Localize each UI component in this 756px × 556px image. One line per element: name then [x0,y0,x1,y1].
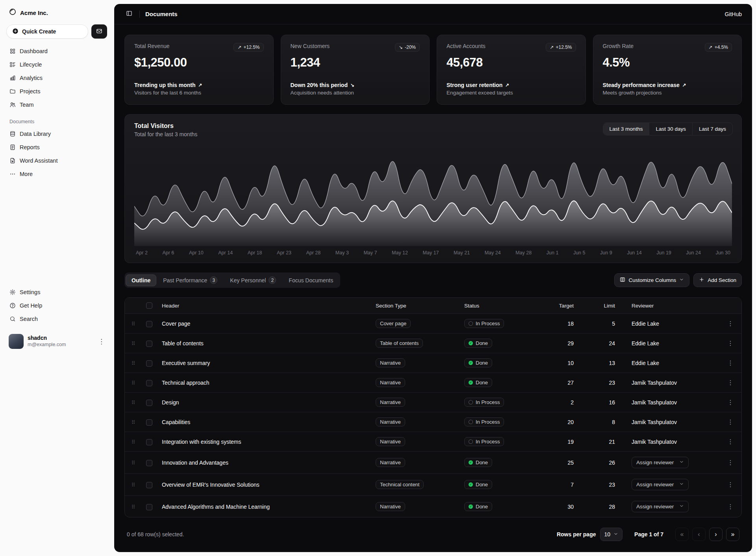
row-header-link[interactable]: Integration with existing systems [162,439,241,445]
drag-handle-icon[interactable]: ⠿ [132,439,135,445]
sidebar-item-lifecycle[interactable]: Lifecycle [6,58,108,71]
stats-row: Total Revenue ↗+12.5% $1,250.00 Trending… [124,35,742,105]
drag-handle-icon[interactable]: ⠿ [132,380,135,386]
inbox-button[interactable] [91,24,107,39]
assign-reviewer-select[interactable]: Assign reviewer [632,501,689,512]
drag-handle-icon[interactable]: ⠿ [132,460,135,466]
table-header-row: Header Section Type Status Target Limit … [125,298,741,314]
customize-columns-button[interactable]: Customize Columns [614,273,689,287]
select-all-checkbox[interactable] [146,302,152,309]
drag-handle-icon[interactable]: ⠿ [132,360,135,366]
row-menu-button[interactable]: ⋮ [724,502,737,511]
row-menu-button[interactable]: ⋮ [724,417,737,426]
x-axis-label: Jun 30 [715,250,730,256]
row-menu-button[interactable]: ⋮ [724,458,737,467]
row-checkbox[interactable] [146,380,152,386]
target-value: 18 [540,314,586,334]
row-menu-button[interactable]: ⋮ [724,480,737,489]
row-checkbox[interactable] [146,400,152,406]
next-page-button[interactable]: › [709,528,723,541]
tab-past-performance[interactable]: Past Performance3 [157,274,223,287]
row-menu-button[interactable]: ⋮ [724,398,737,407]
user-menu[interactable]: shadcn m@example.com ⋮ [6,331,108,352]
table-row: ⠿Overview of EMR's Innovative SolutionsT… [125,474,741,496]
tab-focus-documents[interactable]: Focus Documents [283,274,339,286]
drag-handle-icon[interactable]: ⠿ [132,419,135,425]
drag-handle-icon[interactable]: ⠿ [132,504,135,510]
range-last-3-months[interactable]: Last 3 months [603,123,649,135]
drag-handle-icon[interactable]: ⠿ [132,400,135,406]
row-menu-button[interactable]: ⋮ [724,319,737,328]
visitors-chart [134,145,732,246]
row-header-link[interactable]: Technical approach [162,380,209,386]
sidebar-item-analytics[interactable]: Analytics [6,72,108,84]
drag-handle-icon[interactable]: ⠿ [132,482,135,488]
row-checkbox[interactable] [146,439,152,445]
reviewer-name: Jamik Tashpulatov [632,380,677,386]
check-circle-icon [469,341,473,345]
drag-handle-icon[interactable]: ⠿ [132,341,135,347]
table-row: ⠿Table of contentsTable of contentsDone2… [125,334,741,353]
range-last-30-days[interactable]: Last 30 days [649,123,692,135]
limit-value: 5 [586,314,627,334]
row-menu-button[interactable]: ⋮ [724,358,737,367]
app-root: Acme Inc. Quick Create Dashboard [0,0,756,556]
row-header-link[interactable]: Executive summary [162,360,210,366]
status-badge: Done [464,378,492,387]
row-checkbox[interactable] [146,460,152,466]
chevron-down-icon [679,482,684,487]
row-checkbox[interactable] [146,321,152,327]
row-menu-button[interactable]: ⋮ [724,437,737,446]
row-menu-button[interactable]: ⋮ [724,339,737,348]
assign-reviewer-select[interactable]: Assign reviewer [632,457,689,468]
add-section-button[interactable]: Add Section [693,273,742,287]
row-header-link[interactable]: Advanced Algorithms and Machine Learning [162,504,270,510]
tab-outline[interactable]: Outline [126,274,156,286]
sidebar-item-more[interactable]: More [6,168,108,180]
trend-badge: ↗+4.5% [705,43,732,52]
row-checkbox[interactable] [146,482,152,488]
row-header-link[interactable]: Cover page [162,321,190,327]
range-last-7-days[interactable]: Last 7 days [692,123,732,135]
org-switcher[interactable]: Acme Inc. [6,6,108,20]
sidebar-item-projects[interactable]: Projects [6,85,108,98]
sidebar-item-settings[interactable]: Settings [6,286,108,298]
trending-up-icon: ↗ [550,45,554,50]
row-header-link[interactable]: Design [162,399,179,406]
row-header-link[interactable]: Table of contents [162,340,204,347]
rows-per-page-select[interactable]: 10 [600,528,623,541]
row-menu-button[interactable]: ⋮ [724,378,737,387]
sidebar-item-reports[interactable]: Reports [6,141,108,154]
row-checkbox[interactable] [146,360,152,367]
github-link[interactable]: GitHub [724,11,742,17]
row-header-link[interactable]: Capabilities [162,419,190,425]
check-circle-icon [469,361,473,365]
row-checkbox[interactable] [146,341,152,347]
row-checkbox[interactable] [146,419,152,426]
stat-card-new-customers: New Customers ↘-20% 1,234 Down 20% this … [281,35,430,105]
last-page-button[interactable]: » [726,528,739,541]
quick-create-button[interactable]: Quick Create [6,24,88,39]
row-header-link[interactable]: Overview of EMR's Innovative Solutions [162,482,259,488]
sidebar-item-dashboard[interactable]: Dashboard [6,45,108,57]
reviewer-name: Eddie Lake [632,321,659,327]
target-value: 29 [540,334,586,353]
sidebar-item-data-library[interactable]: Data Library [6,128,108,140]
assign-reviewer-select[interactable]: Assign reviewer [632,479,689,490]
sidebar-item-word-assistant[interactable]: Word Assistant [6,154,108,167]
row-checkbox[interactable] [146,504,152,510]
tab-key-personnel[interactable]: Key Personnel2 [224,274,282,287]
row-header-link[interactable]: Innovation and Advantages [162,460,228,466]
first-page-button[interactable]: « [675,528,689,541]
sidebar-item-search[interactable]: Search [6,313,108,325]
sidebar-item-team[interactable]: Team [6,98,108,111]
trending-up-icon: ↗ [505,83,509,87]
check-circle-icon [469,504,473,509]
sidebar-main-nav: Dashboard Lifecycle Analytics Projects T… [6,45,108,111]
sidebar-item-get-help[interactable]: Get Help [6,299,108,312]
main-content: Total Revenue ↗+12.5% $1,250.00 Trending… [114,24,752,552]
prev-page-button[interactable]: ‹ [692,528,706,541]
drag-handle-icon[interactable]: ⠿ [132,321,135,327]
section-type-badge: Narrative [376,378,405,387]
sidebar-toggle-button[interactable] [124,9,134,19]
